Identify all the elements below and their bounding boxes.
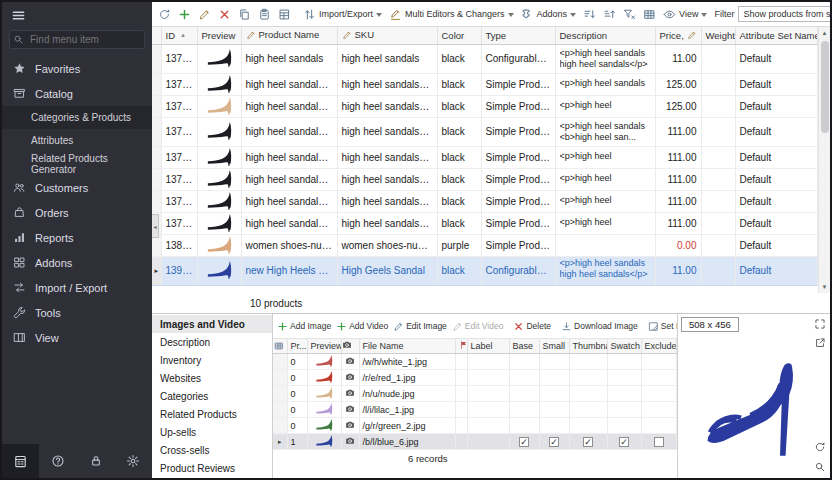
- help-button[interactable]: [39, 444, 77, 478]
- sidebar-item-view[interactable]: View: [2, 325, 152, 350]
- column-header-color[interactable]: Color: [437, 27, 481, 44]
- lock-button[interactable]: [77, 444, 115, 478]
- product-row[interactable]: 13739 high heel sandals-nude-37 high hee…: [152, 190, 818, 212]
- column-header-type[interactable]: Type: [481, 27, 555, 44]
- paste-button[interactable]: [255, 6, 274, 23]
- tab-categories[interactable]: Categories: [152, 387, 272, 405]
- image-row[interactable]: 0 /n/u/nude.jpg: [273, 386, 677, 402]
- download-image-button[interactable]: Download Image: [559, 319, 640, 334]
- product-row[interactable]: 13731 high heel sandals high heel sandal…: [152, 44, 818, 73]
- product-row[interactable]: 13733 high heel sandals-nude high heel s…: [152, 95, 818, 117]
- sidebar-item-categories-products[interactable]: Categories & Products: [2, 106, 152, 129]
- column-header-swatch[interactable]: Swatch: [607, 339, 641, 354]
- expand-button[interactable]: [813, 317, 827, 331]
- columns-layout-button[interactable]: [640, 6, 659, 23]
- search-input[interactable]: [9, 30, 145, 49]
- scroll-up-button[interactable]: ▲: [819, 27, 830, 39]
- rotate-button[interactable]: [813, 440, 827, 454]
- thumbnail-checkbox[interactable]: ✓: [583, 437, 593, 447]
- multi-editors-menu-button[interactable]: Multi Editors & Changers: [386, 6, 517, 23]
- delete-product-button[interactable]: [215, 6, 234, 23]
- sidebar-item-tools[interactable]: Tools: [2, 300, 152, 325]
- column-header-sku[interactable]: SKU: [337, 27, 437, 44]
- column-header-price[interactable]: Price,: [655, 27, 701, 44]
- grid-vertical-scrollbar[interactable]: ▲ ▼: [818, 27, 830, 293]
- sidebar-item-attributes[interactable]: Attributes: [2, 129, 152, 152]
- edit-image-button[interactable]: Edit Image: [391, 319, 449, 334]
- add-image-button[interactable]: Add Image: [275, 319, 333, 334]
- menu-toggle-button[interactable]: [11, 8, 26, 23]
- product-row[interactable]: 13740 high heel sandals-black-38 high he…: [152, 212, 818, 234]
- sidebar-item-reports[interactable]: Reports: [2, 225, 152, 250]
- tab-cross-sells[interactable]: Cross-sells: [152, 441, 272, 459]
- base-checkbox[interactable]: ✓: [519, 437, 529, 447]
- grid-report-button[interactable]: [275, 6, 294, 23]
- image-row[interactable]: 0 /r/e/red_1.jpg: [273, 370, 677, 386]
- open-external-button[interactable]: [813, 336, 827, 350]
- product-row[interactable]: ▸ 13931 new High Heels Sandals High Geel…: [152, 256, 818, 285]
- column-header-preview[interactable]: Preview: [197, 27, 241, 44]
- edit-product-button[interactable]: [195, 6, 214, 23]
- scroll-thumb[interactable]: [821, 41, 829, 133]
- add-product-button[interactable]: [175, 6, 194, 23]
- sidebar-item-import-export[interactable]: Import / Export: [2, 275, 152, 300]
- settings-button[interactable]: [114, 444, 152, 478]
- sidebar-collapse-handle[interactable]: ◂: [152, 214, 159, 238]
- tab-product-reviews[interactable]: Product Reviews: [152, 459, 272, 477]
- zoom-button[interactable]: [813, 460, 827, 474]
- column-header-product-name[interactable]: Product Name: [241, 27, 337, 44]
- column-header-flag[interactable]: [455, 339, 467, 354]
- column-header-preview[interactable]: Preview: [307, 339, 341, 354]
- column-header-exclude[interactable]: Exclude: [641, 339, 677, 354]
- product-row[interactable]: 13737 high heel sandals-nude-36 high hee…: [152, 146, 818, 168]
- image-row[interactable]: 0 /w/h/white_1.jpg: [273, 354, 677, 370]
- exclude-checkbox[interactable]: [654, 437, 664, 447]
- pos-button[interactable]: [2, 444, 39, 478]
- image-row[interactable]: ▸ 1 /b/l/blue_6.jpg ✓ ✓ ✓ ✓: [273, 434, 677, 450]
- image-row[interactable]: 0 /g/r/green_2.jpg: [273, 418, 677, 434]
- column-header-id[interactable]: ID▲: [161, 27, 197, 44]
- clear-filter-button[interactable]: [620, 6, 639, 23]
- column-header-attribute-set[interactable]: Attribute Set Name: [735, 27, 818, 44]
- column-header-camera[interactable]: [341, 339, 359, 354]
- image-row[interactable]: 0 /l/i/lilac_1.jpg: [273, 402, 677, 418]
- column-header-description[interactable]: Description: [555, 27, 655, 44]
- sidebar-item-orders[interactable]: Orders: [2, 200, 152, 225]
- product-row[interactable]: 13732 high heel sandals-black high heel …: [152, 73, 818, 95]
- tab-inventory[interactable]: Inventory: [152, 351, 272, 369]
- column-header-sort-order[interactable]: Pr...▲: [287, 339, 307, 354]
- sidebar-item-addons[interactable]: Addons: [2, 250, 152, 275]
- import-export-menu-button[interactable]: Import/Export: [300, 6, 385, 23]
- product-row[interactable]: 13817 women shoes-nude women shoes-nude-…: [152, 234, 818, 256]
- tab-up-sells[interactable]: Up-sells: [152, 423, 272, 441]
- sidebar-item-catalog[interactable]: Catalog: [2, 81, 152, 106]
- refresh-button[interactable]: [155, 6, 174, 23]
- sidebar-item-favorites[interactable]: Favorites: [2, 56, 152, 81]
- column-header-base[interactable]: Base: [509, 339, 539, 354]
- tab-websites[interactable]: Websites: [152, 369, 272, 387]
- small-checkbox[interactable]: ✓: [549, 437, 559, 447]
- view-menu-button[interactable]: View: [660, 6, 710, 23]
- addons-menu-button[interactable]: Addons: [518, 6, 580, 23]
- sort-ascending-button[interactable]: [580, 6, 599, 23]
- category-filter-select[interactable]: Show products from selected categories: [738, 6, 830, 22]
- add-video-button[interactable]: Add Video: [334, 319, 390, 334]
- sidebar-item-customers[interactable]: Customers: [2, 175, 152, 200]
- column-header-label[interactable]: Label: [467, 339, 509, 354]
- tab-description[interactable]: Description: [152, 333, 272, 351]
- product-row[interactable]: 13738 high heel sandals-black-37 high he…: [152, 168, 818, 190]
- edit-video-button[interactable]: Edit Video: [450, 319, 506, 334]
- set-resize-rule-button[interactable]: Set Resize Rule: [646, 319, 677, 334]
- tab-related-products[interactable]: Related Products: [152, 405, 272, 423]
- delete-image-button[interactable]: Delete: [511, 319, 553, 334]
- column-header-file-name[interactable]: File Name: [359, 339, 455, 354]
- swatch-checkbox[interactable]: ✓: [619, 437, 629, 447]
- scroll-down-button[interactable]: ▼: [819, 281, 830, 293]
- tab-images-and-video[interactable]: Images and Video: [152, 315, 272, 333]
- column-header-weight[interactable]: Weight: [701, 27, 735, 44]
- column-header-thumbnail[interactable]: Thumbna: [569, 339, 607, 354]
- copy-button[interactable]: [235, 6, 254, 23]
- sidebar-item-related-products-generator[interactable]: Related Products Generator: [2, 152, 152, 175]
- sort-descending-button[interactable]: [600, 6, 619, 23]
- product-row[interactable]: 13736 high heel sandals-black-36 high he…: [152, 117, 818, 146]
